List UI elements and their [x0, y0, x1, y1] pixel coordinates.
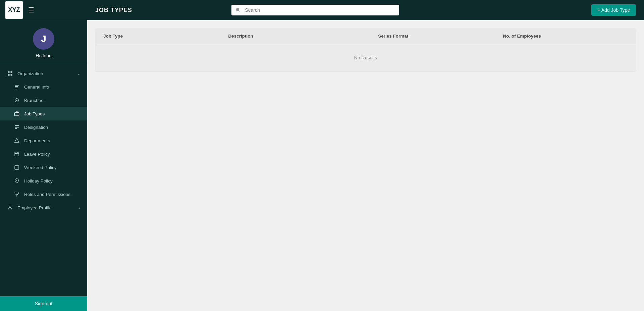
- sidebar-item-label: Branches: [24, 98, 43, 103]
- svg-rect-4: [15, 85, 19, 86]
- departments-icon: [13, 137, 20, 144]
- job-types-table: Job Type Description Series Format No. o…: [95, 28, 636, 71]
- svg-rect-7: [15, 89, 17, 89]
- sidebar-item-branches[interactable]: Branches: [0, 94, 87, 107]
- roles-permissions-icon: [13, 191, 20, 198]
- user-greeting: Hi John: [36, 53, 51, 58]
- sidebar-logo-area: XYZ ☰: [0, 0, 87, 20]
- sidebar-item-label: Leave Policy: [24, 152, 50, 157]
- table-header: Job Type Description Series Format No. o…: [95, 28, 636, 44]
- sidebar-item-general-info[interactable]: General Info: [0, 80, 87, 94]
- sidebar-item-label: Employee Profile: [17, 205, 52, 210]
- designation-icon: [13, 124, 20, 131]
- search-input[interactable]: [231, 5, 399, 15]
- table-body: No Results: [95, 44, 636, 71]
- svg-rect-6: [15, 88, 18, 88]
- svg-marker-14: [14, 138, 19, 142]
- svg-point-21: [16, 180, 17, 181]
- main-content: JOB TYPES + Add Job Type Job Type Descri…: [87, 0, 644, 311]
- sidebar-item-label: Designation: [24, 125, 48, 130]
- user-section: J Hi John: [0, 20, 87, 64]
- svg-rect-0: [8, 71, 9, 73]
- col-header-no-of-employees: No. of Employees: [503, 34, 628, 39]
- col-header-description: Description: [228, 34, 378, 39]
- sidebar-item-label: Weekend Policy: [24, 165, 57, 170]
- sidebar-item-label: Holiday Policy: [24, 178, 53, 184]
- svg-rect-15: [15, 152, 19, 156]
- svg-point-24: [236, 8, 239, 11]
- add-job-type-button[interactable]: + Add Job Type: [591, 4, 636, 16]
- sidebar-item-roles-permissions[interactable]: Roles and Permissions: [0, 188, 87, 201]
- svg-point-23: [9, 206, 11, 208]
- holiday-policy-icon: [13, 177, 20, 184]
- logo: XYZ: [5, 1, 23, 19]
- sidebar-item-departments[interactable]: Departments: [0, 134, 87, 147]
- svg-rect-3: [11, 74, 12, 76]
- nav-section: Organization ⌄ General Info Branches Job…: [0, 64, 87, 296]
- svg-rect-10: [14, 113, 19, 116]
- svg-rect-2: [8, 74, 9, 76]
- svg-rect-1: [11, 71, 12, 73]
- no-results-message: No Results: [354, 55, 377, 60]
- sidebar-item-organization[interactable]: Organization ⌄: [0, 67, 87, 80]
- svg-rect-5: [15, 86, 18, 87]
- svg-rect-12: [15, 127, 19, 127]
- search-icon: [235, 7, 240, 13]
- search-bar: [231, 5, 399, 15]
- svg-rect-19: [15, 166, 19, 169]
- sidebar-item-label: Job Types: [24, 111, 45, 116]
- sidebar-item-leave-policy[interactable]: Leave Policy: [0, 147, 87, 161]
- sign-out-button[interactable]: Sign-out: [0, 296, 87, 311]
- organization-icon: [7, 70, 13, 77]
- sidebar-item-label: Roles and Permissions: [24, 192, 70, 197]
- sidebar-item-label: Departments: [24, 138, 50, 143]
- sidebar-item-label: Organization: [17, 71, 43, 76]
- general-info-icon: [13, 84, 20, 90]
- topbar: JOB TYPES + Add Job Type: [87, 0, 644, 20]
- avatar: J: [33, 28, 54, 50]
- sidebar-item-label: General Info: [24, 85, 49, 90]
- sidebar-item-holiday-policy[interactable]: Holiday Policy: [0, 174, 87, 188]
- svg-rect-13: [15, 128, 17, 129]
- sidebar-item-job-types[interactable]: Job Types: [0, 107, 87, 120]
- employee-profile-icon: [7, 204, 13, 211]
- svg-rect-11: [15, 125, 19, 126]
- weekend-policy-icon: [13, 164, 20, 171]
- sidebar-item-weekend-policy[interactable]: Weekend Policy: [0, 161, 87, 174]
- hamburger-icon[interactable]: ☰: [27, 5, 36, 15]
- sidebar-item-designation[interactable]: Designation: [0, 120, 87, 134]
- sidebar: XYZ ☰ J Hi John Organization ⌄ General I…: [0, 0, 87, 311]
- content-area: Job Type Description Series Format No. o…: [87, 20, 644, 311]
- svg-line-25: [239, 10, 240, 11]
- chevron-down-icon: ⌄: [77, 71, 80, 76]
- job-types-icon: [13, 110, 20, 117]
- col-header-series-format: Series Format: [378, 34, 503, 39]
- col-header-job-type: Job Type: [103, 34, 228, 39]
- chevron-right-icon: ›: [79, 205, 80, 210]
- page-title: JOB TYPES: [95, 7, 132, 14]
- branches-icon: [13, 97, 20, 104]
- svg-point-8: [16, 100, 17, 101]
- sidebar-item-employee-profile[interactable]: Employee Profile ›: [0, 201, 87, 214]
- leave-policy-icon: [13, 151, 20, 157]
